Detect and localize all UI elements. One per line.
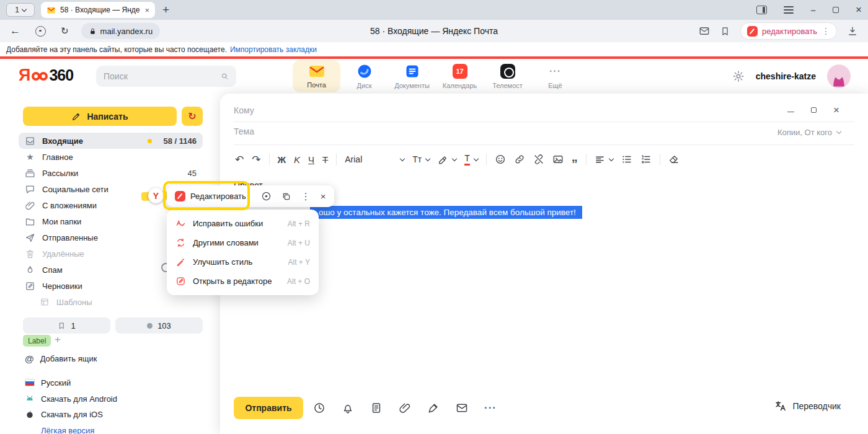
bold-button[interactable]: Ж — [278, 154, 286, 165]
mail-notify-icon[interactable] — [699, 25, 710, 37]
side-panel-icon[interactable] — [756, 6, 767, 14]
italic-button[interactable]: K — [294, 154, 300, 165]
language-selector[interactable]: Русский — [25, 376, 71, 389]
address-text: mail.yandex.ru — [100, 27, 153, 36]
compose-close-button[interactable]: × — [833, 105, 839, 115]
sidebar-item-inbox[interactable]: Входящие 58 / 1146 — [19, 133, 203, 149]
undo-button[interactable]: ↶ — [235, 153, 244, 166]
edit-button-label: Редактировать — [190, 192, 246, 201]
kebab-menu-icon[interactable]: ⋮ — [301, 191, 311, 202]
search-input[interactable] — [104, 71, 216, 81]
saved-filter-pill[interactable]: 1 — [23, 317, 110, 334]
refresh-icon[interactable]: ↻ — [61, 25, 69, 37]
menu-item-fix-errors[interactable]: Исправить ошибки Alt + R — [167, 214, 319, 233]
service-mail[interactable]: Почта — [293, 60, 340, 92]
editor-extension-chip[interactable]: редактировать ⋮ — [740, 22, 837, 40]
menu-item-paraphrase[interactable]: Другими словами Alt + U — [167, 233, 319, 252]
align-select[interactable] — [595, 154, 613, 165]
translator-button[interactable]: Переводчик — [774, 400, 841, 412]
tab-counter[interactable]: 1 — [6, 3, 35, 17]
download-icon[interactable] — [847, 25, 858, 37]
compose-button[interactable]: Написать — [23, 107, 177, 126]
copy-icon[interactable] — [281, 192, 291, 202]
pen-icon[interactable] — [427, 402, 440, 414]
window-close-button[interactable]: × — [856, 4, 862, 16]
sync-button[interactable]: ↻ — [182, 107, 203, 126]
bookmark-icon[interactable] — [720, 26, 730, 37]
bullet-list-button[interactable] — [621, 154, 632, 165]
apple-icon — [25, 409, 35, 419]
sidebar-item-newsletters[interactable]: Рассылки 45 — [19, 165, 203, 181]
chevron-down-icon — [836, 129, 841, 134]
download-android-link[interactable]: Скачать для Android — [25, 392, 117, 405]
add-mailbox-button[interactable]: @ Добавить ящик — [25, 352, 97, 365]
browser-tab[interactable]: 58 · Входящие — Яндек × — [41, 2, 155, 18]
cc-from-label: Копии, От кого — [777, 128, 832, 137]
quote-button[interactable]: „ — [572, 150, 578, 164]
menu-item-label: Другими словами — [193, 238, 259, 247]
unread-filter-pill[interactable]: 103 — [115, 317, 203, 334]
attach-mail-icon[interactable] — [456, 402, 468, 414]
unlink-button[interactable] — [533, 154, 544, 165]
attach-file-icon[interactable] — [399, 402, 411, 414]
username[interactable]: cheshire-katze — [756, 71, 816, 81]
tab-close-icon[interactable]: × — [144, 6, 149, 15]
service-more[interactable]: ··· Ещё — [531, 60, 579, 92]
download-ios-link[interactable]: Скачать для iOS — [25, 408, 103, 420]
emoji-button[interactable] — [495, 154, 506, 165]
close-icon[interactable]: × — [321, 191, 326, 202]
address-bar[interactable]: mail.yandex.ru — [81, 23, 161, 39]
redo-button[interactable]: ↷ — [252, 153, 260, 166]
back-icon[interactable]: ← — [10, 25, 20, 37]
link-button[interactable] — [514, 154, 525, 165]
reminder-bell-icon[interactable] — [342, 402, 354, 414]
to-field[interactable]: Кому — [234, 105, 868, 115]
add-label-button[interactable]: + — [55, 334, 61, 346]
service-disk[interactable]: Диск — [340, 60, 388, 92]
numbered-list-button[interactable] — [640, 154, 652, 165]
sidebar-item-templates[interactable]: Шаблоны — [19, 294, 203, 310]
gear-icon[interactable] — [732, 70, 745, 82]
edit-with-assistant-button[interactable]: Редактировать — [170, 188, 251, 205]
text-color-select[interactable]: T — [464, 153, 478, 166]
divider — [234, 122, 854, 122]
font-size-select[interactable]: Тт — [412, 154, 430, 164]
window-maximize-button[interactable] — [833, 7, 839, 13]
strikethrough-button[interactable]: T — [322, 154, 328, 165]
notes-icon[interactable] — [370, 402, 383, 414]
search-box[interactable] — [96, 66, 236, 87]
compose-expand-button[interactable] — [811, 107, 817, 113]
magic-pen-icon — [175, 257, 186, 267]
highlight-color-select[interactable] — [438, 154, 456, 165]
light-version-link[interactable]: Лёгкая версия — [41, 424, 94, 434]
editor-assistant-badge[interactable]: Y — [148, 188, 164, 203]
menu-item-open-editor[interactable]: Открыть в редакторе Alt + O — [167, 272, 319, 291]
browser-menu-icon[interactable] — [784, 6, 794, 14]
service-calendar[interactable]: 17 Календарь — [436, 60, 484, 92]
paper-plane-icon — [25, 232, 35, 243]
compose-minimize-button[interactable] — [787, 112, 794, 112]
subject-field[interactable]: Тема — [234, 126, 868, 136]
protect-icon[interactable] — [35, 26, 46, 37]
send-button[interactable]: Отправить — [234, 397, 303, 419]
font-family-select[interactable]: Arial — [345, 154, 404, 164]
menu-item-improve-style[interactable]: Улучшить стиль Alt + Y — [167, 252, 319, 272]
service-telemost[interactable]: Телемост — [484, 60, 531, 92]
service-docs[interactable]: Документы — [388, 60, 436, 92]
window-minimize-button[interactable]: − — [810, 5, 816, 16]
cc-from-toggle[interactable]: Копии, От кого — [777, 128, 841, 137]
import-bookmarks-link[interactable]: Импортировать закладки — [230, 45, 317, 54]
avatar[interactable] — [827, 64, 851, 88]
folder-label: Входящие — [42, 136, 83, 146]
eraser-button[interactable] — [668, 154, 680, 165]
schedule-clock-icon[interactable] — [313, 402, 326, 414]
label-chip[interactable]: Label — [23, 335, 51, 347]
underline-button[interactable]: Ч — [308, 154, 314, 165]
new-tab-button[interactable]: + — [162, 3, 169, 17]
sidebar-item-priority[interactable]: ★ Главное — [19, 149, 203, 165]
yandex-360-logo[interactable]: Я 360 — [19, 67, 73, 84]
assistant-icon[interactable] — [261, 191, 272, 202]
image-button[interactable] — [552, 154, 564, 165]
more-options-button[interactable]: ··· — [484, 402, 497, 414]
kebab-menu-icon[interactable]: ⋮ — [822, 26, 830, 36]
